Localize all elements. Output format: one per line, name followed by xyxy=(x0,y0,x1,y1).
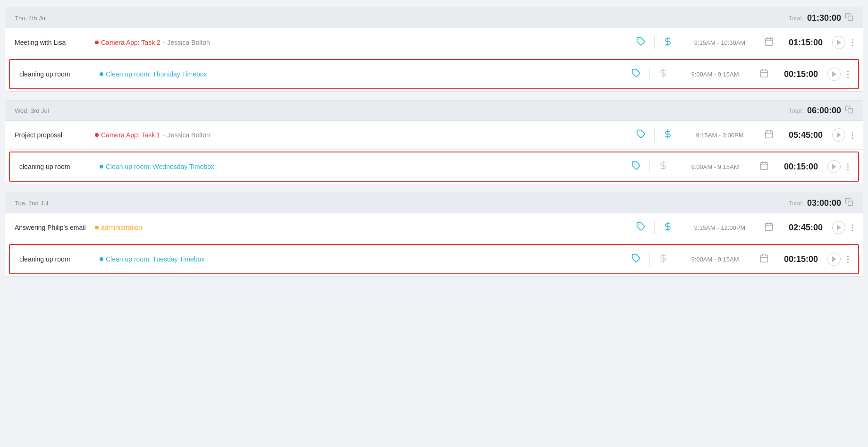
entry-project: Clean up room: Thursday Timebox xyxy=(100,70,622,78)
dollar-icon[interactable] xyxy=(658,161,668,173)
play-button[interactable] xyxy=(827,253,841,266)
svg-rect-33 xyxy=(766,223,773,230)
more-dot xyxy=(847,261,849,263)
more-button[interactable] xyxy=(847,253,849,266)
project-dot xyxy=(95,133,99,137)
more-dots xyxy=(847,71,849,78)
dollar-icon[interactable] xyxy=(658,253,668,265)
icons-group xyxy=(636,128,673,142)
copy-icon[interactable] xyxy=(845,198,853,208)
calendar-icon[interactable] xyxy=(759,161,769,173)
more-dot xyxy=(852,224,853,226)
more-dot xyxy=(847,76,849,78)
project-dot xyxy=(95,41,99,44)
tag-icon[interactable] xyxy=(632,68,641,80)
entry-title: cleaning up room xyxy=(19,255,100,263)
svg-marker-22 xyxy=(837,132,841,138)
entry-project: administration xyxy=(95,224,627,231)
vertical-divider xyxy=(649,67,650,81)
tag-icon[interactable] xyxy=(636,222,646,234)
time-range: 9:00AM - 9:15AM xyxy=(677,71,753,78)
play-button[interactable] xyxy=(827,160,841,173)
calendar-icon[interactable] xyxy=(764,37,774,49)
more-button[interactable] xyxy=(847,67,849,81)
time-range: 9:15AM - 10:30AM xyxy=(682,39,758,46)
tag-icon[interactable] xyxy=(632,161,641,173)
icons-group xyxy=(632,67,668,81)
day-label: Thu, 4th Jul xyxy=(15,15,47,22)
project-link[interactable]: Clean up room: Tuesday Timebox xyxy=(106,255,204,263)
calendar-icon[interactable] xyxy=(759,68,769,80)
day-group-wed-jul3: Wed, 3rd JulTotal:06:00:00Project propos… xyxy=(5,100,863,184)
day-total-area: Total:03:00:00 xyxy=(789,198,853,208)
day-label: Tue, 2nd Jul xyxy=(15,200,48,207)
time-entry-entry-thu-1: Meeting with LisaCamera App: Task 2 - Je… xyxy=(5,28,863,57)
svg-marker-29 xyxy=(832,164,836,169)
more-dots xyxy=(852,132,853,139)
dollar-icon[interactable] xyxy=(663,129,673,141)
more-dot xyxy=(847,74,849,75)
play-button[interactable] xyxy=(832,36,845,49)
project-link[interactable]: Camera App: Task 2 xyxy=(101,39,160,46)
day-header-thu-jul4: Thu, 4th JulTotal:01:30:00 xyxy=(5,8,863,28)
more-dots xyxy=(852,224,853,231)
calendar-icon[interactable] xyxy=(759,253,769,265)
more-dot xyxy=(847,71,849,72)
project-person: Jessica Bolton xyxy=(167,131,210,139)
entry-duration: 00:15:00 xyxy=(775,69,818,79)
dollar-icon[interactable] xyxy=(663,222,673,234)
vertical-divider xyxy=(654,221,655,234)
project-link[interactable]: administration xyxy=(101,224,142,231)
dollar-icon[interactable] xyxy=(663,37,673,49)
svg-rect-0 xyxy=(848,16,853,21)
svg-marker-44 xyxy=(832,256,836,262)
tag-icon[interactable] xyxy=(636,129,646,141)
day-group-tue-jul2: Tue, 2nd JulTotal:03:00:00Answering Phil… xyxy=(5,193,863,277)
copy-icon[interactable] xyxy=(845,13,853,23)
more-dot xyxy=(852,39,853,41)
vertical-divider xyxy=(649,160,650,173)
project-link[interactable]: Camera App: Task 1 xyxy=(101,131,160,139)
copy-icon[interactable] xyxy=(845,105,853,116)
more-dot xyxy=(847,169,849,170)
play-button[interactable] xyxy=(827,67,841,81)
day-group-thu-jul4: Thu, 4th JulTotal:01:30:00Meeting with L… xyxy=(5,8,863,92)
project-link[interactable]: Clean up room: Wednesday Timebox xyxy=(106,163,214,170)
svg-rect-15 xyxy=(848,109,853,113)
dollar-icon[interactable] xyxy=(658,68,668,80)
more-dot xyxy=(852,132,853,133)
entry-title: Meeting with Lisa xyxy=(15,39,95,46)
more-dots xyxy=(852,39,853,46)
project-dot xyxy=(95,226,99,229)
project-dot xyxy=(100,257,103,261)
day-total-area: Total:01:30:00 xyxy=(789,13,853,23)
svg-rect-40 xyxy=(761,255,768,262)
project-dot xyxy=(100,165,103,169)
tag-icon[interactable] xyxy=(632,253,641,265)
more-dots xyxy=(847,256,849,263)
more-dot xyxy=(847,163,849,165)
entry-project: Camera App: Task 2 - Jessica Bolton xyxy=(95,39,627,46)
more-button[interactable] xyxy=(852,221,853,234)
more-button[interactable] xyxy=(852,128,853,142)
more-button[interactable] xyxy=(852,36,853,49)
tag-icon[interactable] xyxy=(636,37,646,49)
vertical-divider xyxy=(649,253,650,266)
entry-duration: 05:45:00 xyxy=(780,130,823,140)
project-link[interactable]: Clean up room: Thursday Timebox xyxy=(106,70,207,78)
time-entry-entry-wed-2: cleaning up roomClean up room: Wednesday… xyxy=(9,152,859,182)
calendar-icon[interactable] xyxy=(764,129,774,141)
entry-duration: 02:45:00 xyxy=(780,223,823,233)
time-entry-entry-wed-1: Project proposalCamera App: Task 1 - Jes… xyxy=(5,121,863,150)
day-total-time: 06:00:00 xyxy=(807,106,841,116)
more-button[interactable] xyxy=(847,160,849,173)
play-button[interactable] xyxy=(832,221,845,234)
svg-marker-7 xyxy=(837,40,841,45)
calendar-icon[interactable] xyxy=(764,222,774,234)
more-dot xyxy=(847,259,849,260)
more-dot xyxy=(852,42,853,43)
more-dot xyxy=(852,45,853,46)
entry-duration: 00:15:00 xyxy=(775,162,818,172)
more-dot xyxy=(852,230,853,231)
play-button[interactable] xyxy=(832,128,845,142)
